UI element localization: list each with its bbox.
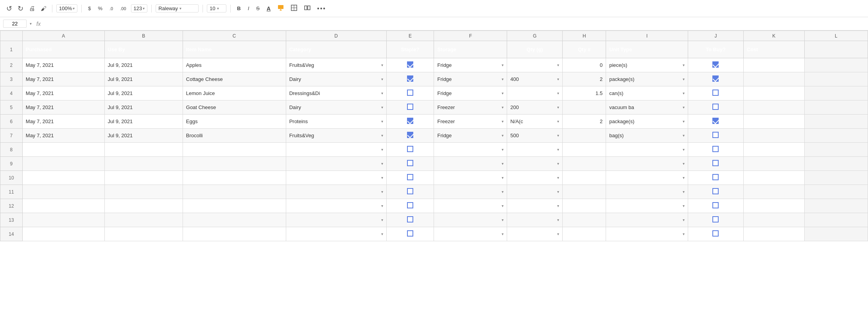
cell-to-buy[interactable]: [688, 86, 743, 100]
cell-to-buy[interactable]: [688, 115, 743, 129]
cell-purchased[interactable]: [22, 157, 104, 171]
cell-cost[interactable]: [743, 157, 804, 171]
header-staple[interactable]: Staple?: [386, 41, 434, 58]
category-dropdown-arrow[interactable]: ▾: [381, 77, 383, 81]
cell-itemname[interactable]: [183, 213, 286, 227]
staple-checkbox[interactable]: [407, 202, 413, 208]
storage-dropdown-arrow[interactable]: ▾: [502, 119, 504, 124]
cell-staple[interactable]: [386, 213, 434, 227]
qty-g-dropdown-arrow[interactable]: ▾: [557, 105, 559, 109]
cell-to-buy[interactable]: [688, 58, 743, 72]
category-dropdown-arrow[interactable]: ▾: [381, 190, 383, 194]
storage-dropdown-arrow[interactable]: ▾: [502, 161, 504, 166]
to-buy-checkbox[interactable]: [712, 75, 719, 82]
storage-dropdown-arrow[interactable]: ▾: [502, 133, 504, 138]
cell-qty-num[interactable]: [563, 171, 606, 185]
cell-staple[interactable]: [386, 86, 434, 100]
unit-type-dropdown-arrow[interactable]: ▾: [683, 218, 685, 222]
category-dropdown-arrow[interactable]: ▾: [381, 119, 383, 124]
cell-useby[interactable]: [104, 199, 183, 213]
staple-checkbox[interactable]: [407, 118, 413, 124]
cell-staple[interactable]: [386, 185, 434, 199]
storage-dropdown-arrow[interactable]: ▾: [502, 105, 504, 109]
cell-qty-num[interactable]: [563, 100, 606, 115]
cell-qty-g[interactable]: ▾: [507, 213, 563, 227]
cell-qty-g[interactable]: ▾: [507, 157, 563, 171]
cell-category[interactable]: Fruits&Veg▾: [286, 129, 386, 143]
cell-qty-num[interactable]: [563, 199, 606, 213]
storage-dropdown-arrow[interactable]: ▾: [502, 190, 504, 194]
header-purchased[interactable]: Purchased: [22, 41, 104, 58]
borders-button[interactable]: [289, 4, 299, 13]
storage-dropdown-arrow[interactable]: ▾: [502, 91, 504, 95]
header-itemname[interactable]: Item Name: [183, 41, 286, 58]
staple-checkbox[interactable]: [407, 132, 413, 138]
cell-qty-g[interactable]: ▾: [507, 86, 563, 100]
cell-to-buy[interactable]: [688, 143, 743, 157]
cell-category[interactable]: Proteins▾: [286, 115, 386, 129]
currency-button[interactable]: $: [86, 5, 93, 12]
to-buy-checkbox[interactable]: [712, 146, 719, 152]
cell-cost[interactable]: [743, 199, 804, 213]
format-paint-button[interactable]: 🖌: [39, 4, 48, 13]
cell-unit-type[interactable]: vacuum ba▾: [606, 100, 688, 115]
col-header-j[interactable]: J: [688, 31, 743, 41]
print-button[interactable]: 🖨: [27, 4, 37, 13]
underline-button[interactable]: A: [264, 5, 273, 13]
category-dropdown-arrow[interactable]: ▾: [381, 91, 383, 95]
category-dropdown-arrow[interactable]: ▾: [381, 176, 383, 180]
cell-to-buy[interactable]: [688, 213, 743, 227]
cell-unit-type[interactable]: bag(s)▾: [606, 129, 688, 143]
cell-storage[interactable]: ▾: [434, 185, 507, 199]
cell-unit-type[interactable]: ▾: [606, 157, 688, 171]
number-format-selector[interactable]: 123 ▾: [131, 4, 148, 13]
col-header-e[interactable]: E: [386, 31, 434, 41]
col-header-l[interactable]: L: [804, 31, 868, 41]
unit-type-dropdown-arrow[interactable]: ▾: [683, 77, 685, 81]
cell-storage[interactable]: Freezer▾: [434, 115, 507, 129]
unit-type-dropdown-arrow[interactable]: ▾: [683, 105, 685, 109]
cell-purchased[interactable]: May 7, 2021: [22, 58, 104, 72]
unit-type-dropdown-arrow[interactable]: ▾: [683, 63, 685, 67]
to-buy-checkbox[interactable]: [712, 188, 719, 194]
cell-qty-g[interactable]: 500▾: [507, 129, 563, 143]
cell-itemname[interactable]: Cottage Cheese: [183, 72, 286, 86]
cell-useby[interactable]: Jul 9, 2021: [104, 58, 183, 72]
col-header-d[interactable]: D: [286, 31, 386, 41]
qty-g-dropdown-arrow[interactable]: ▾: [557, 190, 559, 194]
to-buy-checkbox[interactable]: [712, 132, 719, 138]
cell-staple[interactable]: [386, 227, 434, 241]
cell-purchased[interactable]: [22, 185, 104, 199]
qty-g-dropdown-arrow[interactable]: ▾: [557, 77, 559, 81]
cell-qty-num[interactable]: 2: [563, 115, 606, 129]
merge-button[interactable]: [302, 4, 313, 13]
cell-purchased[interactable]: [22, 199, 104, 213]
cell-category[interactable]: ▾: [286, 143, 386, 157]
cell-purchased[interactable]: May 7, 2021: [22, 129, 104, 143]
cell-unit-type[interactable]: ▾: [606, 171, 688, 185]
storage-dropdown-arrow[interactable]: ▾: [502, 77, 504, 81]
cell-unit-type[interactable]: ▾: [606, 199, 688, 213]
cell-unit-type[interactable]: package(s)▾: [606, 115, 688, 129]
cell-cost[interactable]: [743, 185, 804, 199]
staple-checkbox[interactable]: [407, 75, 413, 82]
cell-itemname[interactable]: [183, 199, 286, 213]
cell-useby[interactable]: [104, 185, 183, 199]
staple-checkbox[interactable]: [407, 230, 413, 237]
cell-cost[interactable]: [743, 100, 804, 115]
header-tobuy[interactable]: To Buy?: [688, 41, 743, 58]
cell-qty-g[interactable]: ▾: [507, 171, 563, 185]
cell-cost[interactable]: [743, 213, 804, 227]
header-unittype[interactable]: Unit Type: [606, 41, 688, 58]
cell-unit-type[interactable]: ▾: [606, 143, 688, 157]
cell-qty-g[interactable]: ▾: [507, 199, 563, 213]
cell-to-buy[interactable]: [688, 100, 743, 115]
cell-itemname[interactable]: Brocolli: [183, 129, 286, 143]
cell-itemname[interactable]: [183, 157, 286, 171]
qty-g-dropdown-arrow[interactable]: ▾: [557, 91, 559, 95]
staple-checkbox[interactable]: [407, 160, 413, 166]
cell-qty-g[interactable]: ▾: [507, 143, 563, 157]
cell-qty-num[interactable]: 2: [563, 72, 606, 86]
cell-qty-num[interactable]: 1.5: [563, 86, 606, 100]
unit-type-dropdown-arrow[interactable]: ▾: [683, 204, 685, 208]
